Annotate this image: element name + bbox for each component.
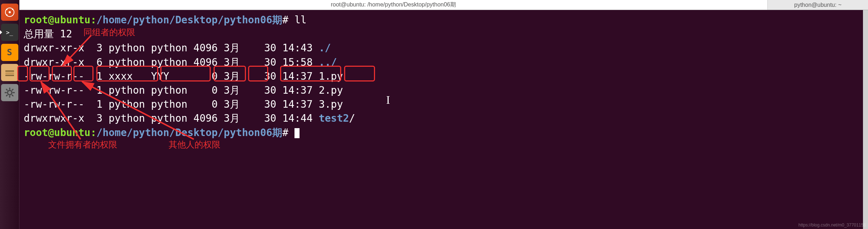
scrollbar-right[interactable]	[863, 10, 868, 229]
svg-point-4	[6, 14, 8, 16]
month: 3月	[224, 84, 252, 96]
prompt-user: root@ubuntu	[24, 14, 90, 26]
svg-rect-6	[5, 73, 14, 74]
month: 3月	[224, 42, 252, 54]
size: 4096	[193, 42, 218, 54]
title-tab-active[interactable]: root@ubuntu: /home/python/Desktop/python…	[19, 0, 767, 10]
filename: 2.py	[319, 84, 343, 96]
filename: test2	[319, 112, 349, 124]
day: 30	[264, 98, 277, 110]
red-box-size	[214, 66, 246, 81]
svg-line-10	[63, 35, 91, 66]
total-line: 总用量 12	[24, 27, 864, 41]
svg-point-1	[9, 11, 11, 13]
window-title-right: python@ubuntu: ~	[794, 2, 841, 8]
annotation-other-perm: 其他人的权限	[169, 139, 220, 151]
svg-point-2	[6, 9, 8, 10]
prompt-hash: #	[282, 14, 294, 26]
listing-row: drwxr-xr-x 3 python python 4096 3月 30 14…	[24, 41, 864, 55]
month: 3月	[224, 98, 252, 110]
group: python	[151, 42, 187, 54]
title-tab-inactive[interactable]: python@ubuntu: ~	[767, 0, 868, 10]
svg-rect-5	[5, 70, 14, 72]
day: 30	[264, 84, 277, 96]
dash-icon[interactable]	[1, 4, 18, 21]
day: 30	[264, 42, 277, 54]
text-cursor-icon: I	[386, 92, 390, 108]
arrow-other-perm	[79, 80, 201, 145]
unity-launcher[interactable]: >_ S	[0, 0, 19, 229]
prompt-line-1: root@ubuntu:/home/python/Desktop/python0…	[24, 13, 864, 27]
terminal-content[interactable]: root@ubuntu:/home/python/Desktop/python0…	[19, 10, 868, 229]
window-title-left: root@ubuntu: /home/python/Desktop/python…	[331, 1, 456, 9]
filename: 3.py	[319, 98, 343, 110]
day: 30	[264, 112, 277, 124]
red-box-month	[248, 66, 268, 81]
sublime-launcher-icon[interactable]: S	[1, 44, 18, 61]
svg-line-11	[82, 82, 194, 139]
time: 14:44	[282, 112, 312, 124]
annotation-group-perm: 同组者的权限	[83, 26, 135, 38]
month: 3月	[224, 112, 252, 124]
red-box-group	[160, 66, 211, 81]
command-text: ll	[294, 14, 307, 26]
annotation-owner-perm: 文件拥有者的权限	[48, 139, 117, 151]
time: 14:37	[282, 84, 312, 96]
red-box-filename	[344, 66, 375, 81]
files-launcher-icon[interactable]	[1, 64, 18, 81]
main-area: root@ubuntu: /home/python/Desktop/python…	[19, 0, 868, 229]
red-box-daytime	[280, 66, 341, 81]
filename: ./	[319, 42, 331, 54]
red-box-filetype	[17, 66, 28, 81]
svg-point-3	[12, 9, 13, 10]
watermark: https://blog.csdn.net/m0_37701158	[799, 223, 866, 228]
time: 14:37	[282, 98, 312, 110]
settings-launcher-icon[interactable]	[1, 84, 18, 101]
svg-point-8	[8, 90, 12, 95]
prompt-path: /home/python/Desktop/python06期	[96, 14, 282, 26]
terminal-launcher-icon[interactable]: >_	[1, 24, 18, 41]
svg-rect-7	[5, 75, 14, 76]
window-title-bar: root@ubuntu: /home/python/Desktop/python…	[19, 0, 868, 10]
svg-line-9	[41, 82, 81, 139]
time: 14:43	[282, 42, 312, 54]
terminal-cursor	[294, 128, 300, 138]
suffix: /	[349, 112, 355, 124]
